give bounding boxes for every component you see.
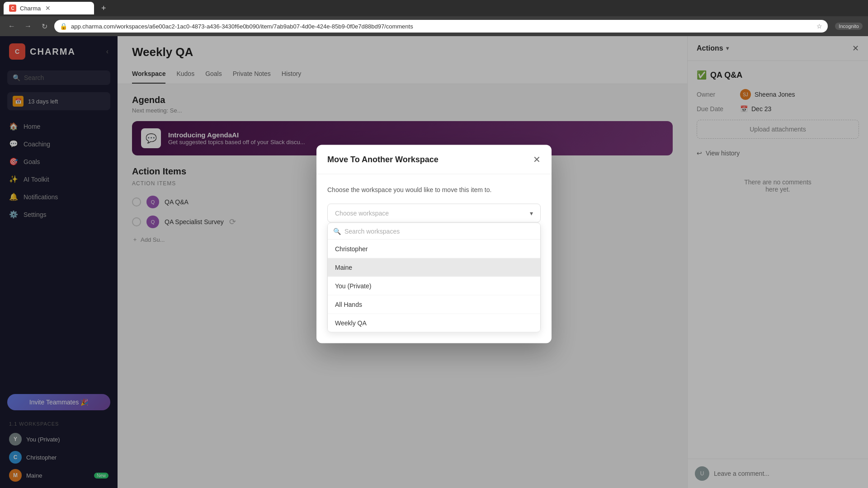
tab-title: Charma <box>20 5 41 12</box>
dropdown-search-row: 🔍 <box>328 223 540 240</box>
address-text: app.charma.com/workspaces/a6e00ac2-1ac0-… <box>71 23 813 30</box>
modal-title: Move To Another Workspace <box>327 155 439 164</box>
workspace-option-christopher[interactable]: Christopher <box>328 240 540 258</box>
address-icons: ☆ <box>816 23 822 30</box>
lock-icon: 🔒 <box>60 23 67 30</box>
dropdown-search-icon: 🔍 <box>333 228 341 235</box>
reload-button[interactable]: ↻ <box>38 20 51 33</box>
modal-header: Move To Another Workspace ✕ <box>316 145 552 174</box>
workspace-select-placeholder: Choose workspace <box>335 210 389 217</box>
dropdown-list: Christopher Maine You (Private) All Hand… <box>328 240 540 332</box>
move-workspace-modal: Move To Another Workspace ✕ Choose the w… <box>316 145 552 343</box>
incognito-badge: Incognito <box>835 23 863 30</box>
workspace-option-maine[interactable]: Maine <box>328 258 540 277</box>
modal-body: Choose the workspace you would like to m… <box>316 174 552 343</box>
browser-actions: Incognito <box>835 23 863 30</box>
tab-favicon: C <box>9 5 16 12</box>
select-chevron-down-icon: ▾ <box>530 210 533 217</box>
forward-button[interactable]: → <box>22 20 34 33</box>
star-icon[interactable]: ☆ <box>816 23 822 30</box>
workspace-search-input[interactable] <box>344 228 535 235</box>
address-input[interactable]: 🔒 app.charma.com/workspaces/a6e00ac2-1ac… <box>54 20 828 33</box>
modal-description: Choose the workspace you would like to m… <box>327 185 541 195</box>
workspace-dropdown-list: 🔍 Christopher Maine You (Private) All Ha… <box>327 223 541 333</box>
new-tab-button[interactable]: + <box>98 4 110 13</box>
workspace-option-weekly-qa[interactable]: Weekly QA <box>328 314 540 332</box>
tab-close-button[interactable]: ✕ <box>44 5 52 12</box>
workspace-select-dropdown[interactable]: Choose workspace ▾ <box>327 204 541 223</box>
browser-chrome: C Charma ✕ + <box>0 0 868 16</box>
modal-close-button[interactable]: ✕ <box>533 154 541 165</box>
browser-tab[interactable]: C Charma ✕ <box>4 2 94 14</box>
workspace-option-you-private[interactable]: You (Private) <box>328 277 540 296</box>
workspace-option-all-hands[interactable]: All Hands <box>328 296 540 314</box>
address-bar-row: ← → ↻ 🔒 app.charma.com/workspaces/a6e00a… <box>0 16 868 36</box>
back-button[interactable]: ← <box>5 20 18 33</box>
